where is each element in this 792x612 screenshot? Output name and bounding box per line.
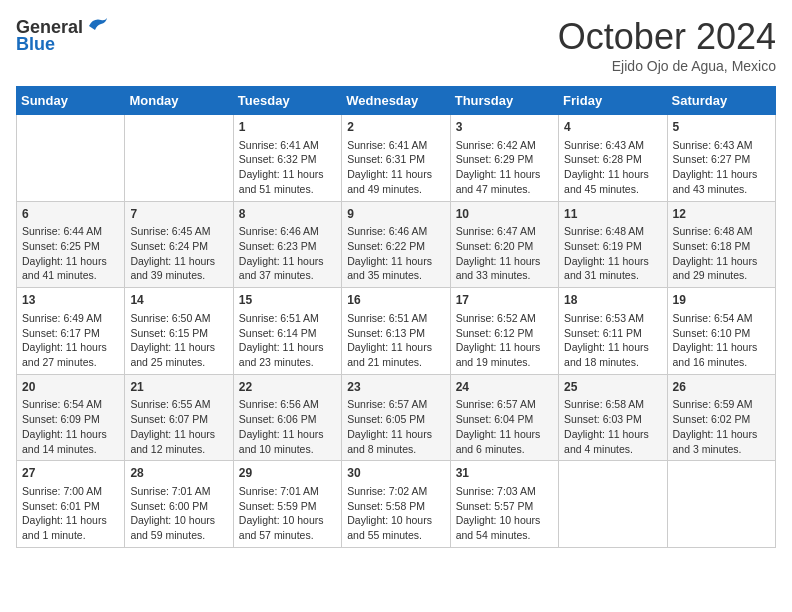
day-content: Sunrise: 6:42 AM Sunset: 6:29 PM Dayligh… — [456, 138, 553, 197]
calendar-table: SundayMondayTuesdayWednesdayThursdayFrid… — [16, 86, 776, 548]
calendar-cell: 8Sunrise: 6:46 AM Sunset: 6:23 PM Daylig… — [233, 201, 341, 288]
day-number: 11 — [564, 206, 661, 223]
page-header: General Blue October 2024 Ejido Ojo de A… — [16, 16, 776, 74]
day-content: Sunrise: 6:50 AM Sunset: 6:15 PM Dayligh… — [130, 311, 227, 370]
day-content: Sunrise: 7:03 AM Sunset: 5:57 PM Dayligh… — [456, 484, 553, 543]
calendar-weekday-header: Sunday — [17, 87, 125, 115]
day-number: 4 — [564, 119, 661, 136]
day-content: Sunrise: 7:01 AM Sunset: 6:00 PM Dayligh… — [130, 484, 227, 543]
day-content: Sunrise: 6:57 AM Sunset: 6:04 PM Dayligh… — [456, 397, 553, 456]
calendar-cell — [125, 115, 233, 202]
calendar-cell: 13Sunrise: 6:49 AM Sunset: 6:17 PM Dayli… — [17, 288, 125, 375]
day-content: Sunrise: 6:51 AM Sunset: 6:13 PM Dayligh… — [347, 311, 444, 370]
day-number: 27 — [22, 465, 119, 482]
calendar-cell — [17, 115, 125, 202]
calendar-cell: 20Sunrise: 6:54 AM Sunset: 6:09 PM Dayli… — [17, 374, 125, 461]
day-content: Sunrise: 6:43 AM Sunset: 6:28 PM Dayligh… — [564, 138, 661, 197]
calendar-cell: 25Sunrise: 6:58 AM Sunset: 6:03 PM Dayli… — [559, 374, 667, 461]
calendar-week-row: 1Sunrise: 6:41 AM Sunset: 6:32 PM Daylig… — [17, 115, 776, 202]
calendar-weekday-header: Monday — [125, 87, 233, 115]
calendar-week-row: 27Sunrise: 7:00 AM Sunset: 6:01 PM Dayli… — [17, 461, 776, 548]
calendar-cell: 29Sunrise: 7:01 AM Sunset: 5:59 PM Dayli… — [233, 461, 341, 548]
calendar-weekday-header: Friday — [559, 87, 667, 115]
day-number: 9 — [347, 206, 444, 223]
calendar-cell: 16Sunrise: 6:51 AM Sunset: 6:13 PM Dayli… — [342, 288, 450, 375]
day-number: 6 — [22, 206, 119, 223]
day-number: 3 — [456, 119, 553, 136]
calendar-weekday-header: Tuesday — [233, 87, 341, 115]
calendar-cell: 23Sunrise: 6:57 AM Sunset: 6:05 PM Dayli… — [342, 374, 450, 461]
calendar-cell — [559, 461, 667, 548]
day-number: 31 — [456, 465, 553, 482]
calendar-cell: 26Sunrise: 6:59 AM Sunset: 6:02 PM Dayli… — [667, 374, 775, 461]
calendar-cell: 12Sunrise: 6:48 AM Sunset: 6:18 PM Dayli… — [667, 201, 775, 288]
day-content: Sunrise: 6:56 AM Sunset: 6:06 PM Dayligh… — [239, 397, 336, 456]
day-content: Sunrise: 6:48 AM Sunset: 6:19 PM Dayligh… — [564, 224, 661, 283]
location-text: Ejido Ojo de Agua, Mexico — [558, 58, 776, 74]
day-content: Sunrise: 7:01 AM Sunset: 5:59 PM Dayligh… — [239, 484, 336, 543]
day-number: 5 — [673, 119, 770, 136]
day-number: 29 — [239, 465, 336, 482]
calendar-cell: 24Sunrise: 6:57 AM Sunset: 6:04 PM Dayli… — [450, 374, 558, 461]
day-number: 1 — [239, 119, 336, 136]
day-content: Sunrise: 7:02 AM Sunset: 5:58 PM Dayligh… — [347, 484, 444, 543]
day-content: Sunrise: 6:43 AM Sunset: 6:27 PM Dayligh… — [673, 138, 770, 197]
day-number: 8 — [239, 206, 336, 223]
day-number: 21 — [130, 379, 227, 396]
calendar-header-row: SundayMondayTuesdayWednesdayThursdayFrid… — [17, 87, 776, 115]
calendar-cell: 18Sunrise: 6:53 AM Sunset: 6:11 PM Dayli… — [559, 288, 667, 375]
calendar-cell: 28Sunrise: 7:01 AM Sunset: 6:00 PM Dayli… — [125, 461, 233, 548]
logo-blue-text: Blue — [16, 34, 55, 54]
day-number: 7 — [130, 206, 227, 223]
day-number: 13 — [22, 292, 119, 309]
day-content: Sunrise: 6:46 AM Sunset: 6:23 PM Dayligh… — [239, 224, 336, 283]
day-number: 14 — [130, 292, 227, 309]
day-number: 23 — [347, 379, 444, 396]
calendar-cell: 10Sunrise: 6:47 AM Sunset: 6:20 PM Dayli… — [450, 201, 558, 288]
logo: General Blue — [16, 16, 109, 55]
logo-bird-icon — [87, 16, 109, 38]
day-number: 25 — [564, 379, 661, 396]
calendar-weekday-header: Wednesday — [342, 87, 450, 115]
day-content: Sunrise: 6:49 AM Sunset: 6:17 PM Dayligh… — [22, 311, 119, 370]
day-content: Sunrise: 6:53 AM Sunset: 6:11 PM Dayligh… — [564, 311, 661, 370]
day-content: Sunrise: 6:48 AM Sunset: 6:18 PM Dayligh… — [673, 224, 770, 283]
calendar-week-row: 6Sunrise: 6:44 AM Sunset: 6:25 PM Daylig… — [17, 201, 776, 288]
calendar-cell: 1Sunrise: 6:41 AM Sunset: 6:32 PM Daylig… — [233, 115, 341, 202]
day-content: Sunrise: 6:41 AM Sunset: 6:32 PM Dayligh… — [239, 138, 336, 197]
day-number: 18 — [564, 292, 661, 309]
calendar-weekday-header: Saturday — [667, 87, 775, 115]
day-number: 12 — [673, 206, 770, 223]
calendar-cell: 27Sunrise: 7:00 AM Sunset: 6:01 PM Dayli… — [17, 461, 125, 548]
title-area: October 2024 Ejido Ojo de Agua, Mexico — [558, 16, 776, 74]
calendar-cell: 9Sunrise: 6:46 AM Sunset: 6:22 PM Daylig… — [342, 201, 450, 288]
calendar-cell: 15Sunrise: 6:51 AM Sunset: 6:14 PM Dayli… — [233, 288, 341, 375]
day-number: 10 — [456, 206, 553, 223]
day-content: Sunrise: 6:45 AM Sunset: 6:24 PM Dayligh… — [130, 224, 227, 283]
calendar-cell: 11Sunrise: 6:48 AM Sunset: 6:19 PM Dayli… — [559, 201, 667, 288]
day-content: Sunrise: 6:54 AM Sunset: 6:09 PM Dayligh… — [22, 397, 119, 456]
day-content: Sunrise: 6:51 AM Sunset: 6:14 PM Dayligh… — [239, 311, 336, 370]
calendar-cell: 5Sunrise: 6:43 AM Sunset: 6:27 PM Daylig… — [667, 115, 775, 202]
calendar-cell: 19Sunrise: 6:54 AM Sunset: 6:10 PM Dayli… — [667, 288, 775, 375]
calendar-cell: 14Sunrise: 6:50 AM Sunset: 6:15 PM Dayli… — [125, 288, 233, 375]
calendar-cell: 22Sunrise: 6:56 AM Sunset: 6:06 PM Dayli… — [233, 374, 341, 461]
month-title: October 2024 — [558, 16, 776, 58]
calendar-cell: 30Sunrise: 7:02 AM Sunset: 5:58 PM Dayli… — [342, 461, 450, 548]
day-number: 26 — [673, 379, 770, 396]
day-number: 30 — [347, 465, 444, 482]
day-content: Sunrise: 6:54 AM Sunset: 6:10 PM Dayligh… — [673, 311, 770, 370]
calendar-cell: 7Sunrise: 6:45 AM Sunset: 6:24 PM Daylig… — [125, 201, 233, 288]
calendar-cell: 2Sunrise: 6:41 AM Sunset: 6:31 PM Daylig… — [342, 115, 450, 202]
day-content: Sunrise: 6:57 AM Sunset: 6:05 PM Dayligh… — [347, 397, 444, 456]
calendar-cell: 6Sunrise: 6:44 AM Sunset: 6:25 PM Daylig… — [17, 201, 125, 288]
day-content: Sunrise: 6:41 AM Sunset: 6:31 PM Dayligh… — [347, 138, 444, 197]
day-number: 19 — [673, 292, 770, 309]
day-number: 28 — [130, 465, 227, 482]
day-number: 2 — [347, 119, 444, 136]
calendar-week-row: 20Sunrise: 6:54 AM Sunset: 6:09 PM Dayli… — [17, 374, 776, 461]
calendar-body: 1Sunrise: 6:41 AM Sunset: 6:32 PM Daylig… — [17, 115, 776, 548]
calendar-cell: 4Sunrise: 6:43 AM Sunset: 6:28 PM Daylig… — [559, 115, 667, 202]
day-content: Sunrise: 7:00 AM Sunset: 6:01 PM Dayligh… — [22, 484, 119, 543]
day-number: 20 — [22, 379, 119, 396]
